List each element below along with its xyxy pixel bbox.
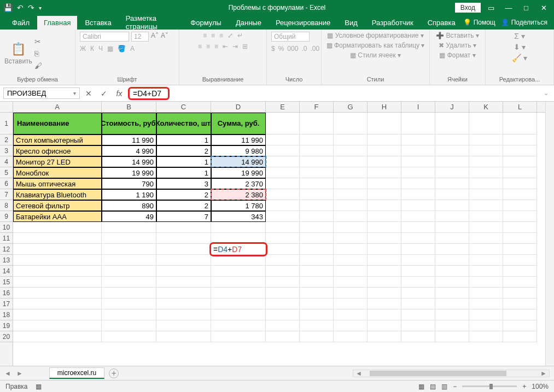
cell[interactable] xyxy=(401,156,435,167)
row-header[interactable]: 17 xyxy=(0,299,13,309)
cell[interactable]: 3 xyxy=(156,178,211,189)
cell[interactable] xyxy=(503,200,537,211)
cell[interactable] xyxy=(334,156,368,167)
cell[interactable] xyxy=(401,288,435,299)
macro-record-icon[interactable]: ▦ xyxy=(36,383,42,390)
cell[interactable]: Моноблок xyxy=(13,167,102,178)
cell[interactable]: Количество, шт. xyxy=(156,113,211,134)
cell[interactable] xyxy=(156,222,211,233)
zoom-out-icon[interactable]: − xyxy=(453,383,457,390)
tab-formulas[interactable]: Формулы xyxy=(184,16,228,30)
col-header[interactable]: B xyxy=(102,102,156,112)
cell[interactable] xyxy=(266,222,300,233)
cell[interactable] xyxy=(401,244,435,255)
cell[interactable] xyxy=(469,309,503,320)
underline-icon[interactable]: Ч xyxy=(98,45,103,52)
row-header[interactable]: 16 xyxy=(0,288,13,299)
sheet-nav-next-icon[interactable]: ► xyxy=(16,370,23,377)
increase-decimal-icon[interactable]: .0 xyxy=(301,45,307,52)
cell[interactable] xyxy=(266,244,300,255)
number-format-box[interactable]: Общий xyxy=(271,32,310,42)
cell[interactable] xyxy=(13,320,102,331)
row-header[interactable]: 12 xyxy=(0,244,13,255)
cell[interactable] xyxy=(435,266,469,277)
hscroll-thumb[interactable] xyxy=(370,371,506,376)
cell[interactable] xyxy=(102,266,156,277)
cell[interactable] xyxy=(435,134,469,145)
cell[interactable] xyxy=(300,189,334,200)
cell[interactable] xyxy=(503,134,537,145)
cell[interactable] xyxy=(401,167,435,178)
cell[interactable] xyxy=(435,288,469,299)
cell[interactable] xyxy=(156,299,211,309)
cell[interactable] xyxy=(334,167,368,178)
cell[interactable]: 343 xyxy=(211,211,266,222)
cell[interactable]: Сумма, руб. xyxy=(211,113,266,134)
cell[interactable]: 19 990 xyxy=(102,167,156,178)
col-header[interactable]: D xyxy=(211,102,266,112)
cell[interactable] xyxy=(13,222,102,233)
cell[interactable]: 14 990 xyxy=(102,156,156,167)
cell[interactable] xyxy=(368,189,401,200)
cell[interactable] xyxy=(469,134,503,145)
tab-insert[interactable]: Вставка xyxy=(78,16,118,30)
cell[interactable] xyxy=(13,277,102,288)
row-header[interactable]: 2 xyxy=(0,134,13,145)
cell[interactable] xyxy=(13,266,102,277)
cell[interactable] xyxy=(368,288,401,299)
row-header[interactable]: 15 xyxy=(0,277,13,288)
cell[interactable] xyxy=(102,331,156,342)
paste-button[interactable]: 📋 Вставить xyxy=(4,42,32,65)
cell[interactable] xyxy=(334,211,368,222)
cell[interactable] xyxy=(469,156,503,167)
cell[interactable] xyxy=(469,211,503,222)
active-cell[interactable]: =D4+D7 xyxy=(211,244,266,255)
cell[interactable] xyxy=(503,167,537,178)
cell[interactable] xyxy=(102,320,156,331)
cell[interactable] xyxy=(266,200,300,211)
cell[interactable] xyxy=(334,309,368,320)
cell[interactable] xyxy=(211,309,266,320)
cell[interactable] xyxy=(469,113,503,134)
cell[interactable]: Мышь оптическая xyxy=(13,178,102,189)
sheet-nav-prev-icon[interactable]: ◄ xyxy=(4,370,11,377)
autosum-icon[interactable]: Σ ▾ xyxy=(514,32,525,40)
tab-help[interactable]: Справка xyxy=(421,16,462,30)
row-header[interactable]: 3 xyxy=(0,145,13,156)
cell[interactable] xyxy=(13,233,102,244)
cell[interactable] xyxy=(503,331,537,342)
cell[interactable] xyxy=(503,156,537,167)
zoom-slider[interactable] xyxy=(462,385,517,387)
orientation-icon[interactable]: ⤢ xyxy=(228,32,233,39)
cell[interactable] xyxy=(334,189,368,200)
cell[interactable] xyxy=(156,320,211,331)
cell[interactable] xyxy=(211,299,266,309)
cell[interactable] xyxy=(368,233,401,244)
cell[interactable]: 7 xyxy=(156,211,211,222)
fx-icon[interactable]: fx xyxy=(113,89,126,98)
cell[interactable] xyxy=(300,288,334,299)
cell[interactable] xyxy=(266,178,300,189)
qat-dropdown-icon[interactable]: ▾ xyxy=(39,5,42,11)
cell[interactable] xyxy=(334,145,368,156)
cell[interactable] xyxy=(368,156,401,167)
cell[interactable] xyxy=(368,200,401,211)
cell[interactable]: Сетевой фильтр xyxy=(13,200,102,211)
tab-developer[interactable]: Разработчик xyxy=(365,16,420,30)
col-header[interactable]: C xyxy=(156,102,211,112)
row-header[interactable]: 11 xyxy=(0,233,13,244)
cell[interactable] xyxy=(334,299,368,309)
cell[interactable] xyxy=(368,113,401,134)
wrap-text-icon[interactable]: ↵ xyxy=(237,32,243,39)
cell[interactable] xyxy=(300,134,334,145)
cell[interactable] xyxy=(401,145,435,156)
cell[interactable] xyxy=(435,331,469,342)
cell[interactable] xyxy=(401,178,435,189)
col-header[interactable]: I xyxy=(401,102,435,112)
col-header[interactable]: F xyxy=(300,102,334,112)
increase-font-icon[interactable]: A˄ xyxy=(151,32,159,42)
tell-me[interactable]: 💡 Помощ xyxy=(463,19,495,26)
cell[interactable] xyxy=(266,167,300,178)
cell[interactable] xyxy=(102,233,156,244)
cell[interactable] xyxy=(435,156,469,167)
